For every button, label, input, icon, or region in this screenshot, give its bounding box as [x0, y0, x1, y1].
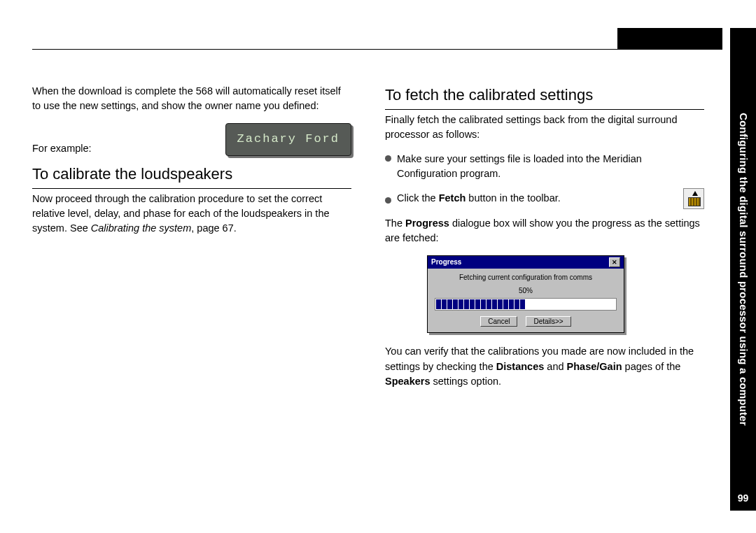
- details-button[interactable]: Details>>: [526, 316, 570, 327]
- progress-dialog: Progress ✕ Fetching current configuratio…: [427, 255, 624, 334]
- fetch-intro-text: Finally fetch the calibrated settings ba…: [385, 113, 704, 142]
- bullet-icon: [385, 155, 391, 162]
- bullet2-a: Click the: [397, 192, 439, 204]
- for-example-label: For example:: [32, 141, 92, 156]
- section-fetch-settings: To fetch the calibrated settings: [385, 84, 704, 110]
- verify-para: You can verify that the calibrations you…: [385, 344, 704, 388]
- progress-percent: 50%: [435, 286, 617, 297]
- calibrate-paragraph: Now proceed through the calibration proc…: [32, 192, 351, 236]
- bullet-icon: [385, 197, 391, 204]
- content-area: When the download is complete the 568 wi…: [32, 84, 704, 399]
- bullet2-b: button in the toolbar.: [465, 192, 560, 204]
- chapter-sidebar: Configuring the digital surround process…: [730, 28, 756, 511]
- progress-message: Fetching current configuration from comm…: [435, 273, 617, 283]
- progress-fill: [436, 299, 526, 309]
- progress-para-a: The: [385, 218, 405, 229]
- manual-page: Configuring the digital surround process…: [0, 0, 756, 533]
- section-calibrate-loudspeakers: To calibrate the loudspeakers: [32, 163, 351, 189]
- cancel-button[interactable]: Cancel: [480, 316, 517, 327]
- bullet-click-fetch: Click the Fetch button in the toolbar.: [385, 188, 704, 209]
- progress-bar: [435, 298, 617, 311]
- progress-title-text: Progress: [431, 257, 461, 268]
- bullet2-bold: Fetch: [439, 192, 466, 204]
- verify-b1: Distances: [496, 361, 545, 372]
- progress-body: Fetching current configuration from comm…: [428, 269, 624, 332]
- fetch-toolbar-icon: [683, 188, 704, 209]
- download-complete-text: When the download is complete the 568 wi…: [32, 84, 351, 113]
- header-black-block: [617, 28, 722, 50]
- verify-b3: Speakers: [385, 376, 430, 387]
- calib-text-b: , page 67.: [191, 222, 237, 234]
- left-column: When the download is complete the 568 wi…: [32, 84, 351, 399]
- progress-para: The Progress dialogue box will show you …: [385, 216, 704, 246]
- calib-ref-italic: Calibrating the system: [91, 222, 191, 234]
- header-rule: [32, 49, 708, 50]
- verify-c: settings option.: [430, 376, 502, 387]
- bullet-load-settings: Make sure your settings file is loaded i…: [385, 152, 704, 181]
- progress-titlebar: Progress ✕: [428, 256, 624, 269]
- bullet1-text: Make sure your settings file is loaded i…: [397, 152, 704, 181]
- verify-mid: and: [544, 361, 566, 372]
- page-number: 99: [730, 492, 756, 504]
- right-column: To fetch the calibrated settings Finally…: [385, 84, 704, 399]
- bullet2-text: Click the Fetch button in the toolbar.: [397, 191, 673, 206]
- progress-para-bold: Progress: [405, 218, 449, 229]
- lcd-example-row: For example: Zachary Ford: [32, 123, 351, 156]
- close-icon[interactable]: ✕: [609, 257, 620, 267]
- verify-b: pages of the: [622, 361, 681, 372]
- chapter-title: Configuring the digital surround process…: [737, 113, 749, 426]
- verify-b2: Phase/Gain: [567, 361, 622, 372]
- lcd-display: Zachary Ford: [225, 123, 351, 156]
- progress-buttons: Cancel Details>>: [435, 316, 617, 327]
